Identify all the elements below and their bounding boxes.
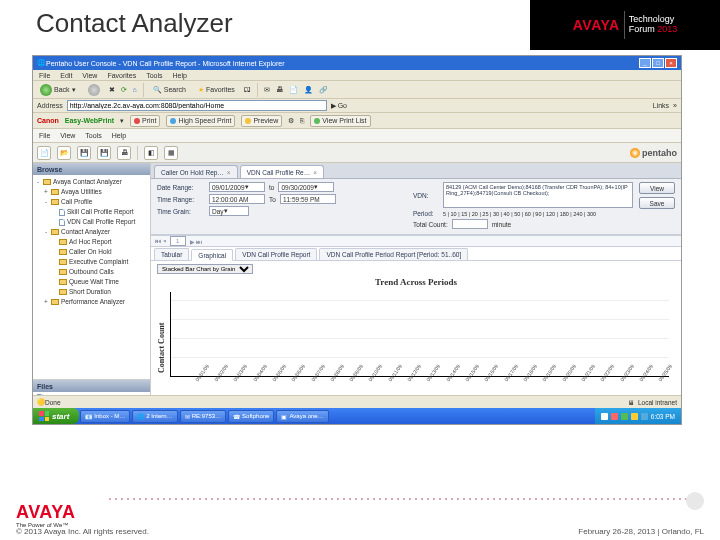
stop-icon[interactable]: ✖	[109, 86, 115, 94]
address-bar: Address ▶ Go Links»	[33, 99, 681, 113]
time-to[interactable]: 11:59:59 PM	[280, 194, 336, 204]
app-menu-view[interactable]: View	[60, 132, 75, 139]
page-indicator	[686, 492, 704, 510]
mail-icon[interactable]: ✉	[264, 86, 270, 94]
links-label[interactable]: Links	[653, 102, 669, 109]
canon-print[interactable]: Print	[130, 115, 160, 127]
close-icon[interactable]: ×	[227, 169, 231, 176]
home-icon[interactable]: ⌂	[133, 86, 137, 93]
edit-icon[interactable]: 📄	[289, 86, 298, 94]
canon-options[interactable]: ⚙	[288, 117, 294, 125]
link-icon[interactable]: 🔗	[319, 86, 328, 94]
menu-help[interactable]: Help	[173, 72, 187, 79]
pager-bar[interactable]: ⏮ ◀ 1 ▶ ⏭	[151, 235, 681, 247]
history-icon[interactable]: 🕮	[244, 86, 251, 93]
tree-row[interactable]: -Avaya Contact Analyzer	[35, 177, 148, 187]
tree-row[interactable]: -Call Profile	[35, 197, 148, 207]
workspace-icon[interactable]: ▦	[164, 146, 178, 160]
tree-row[interactable]: -Contact Analyzer	[35, 227, 148, 237]
menu-favorites[interactable]: Favorites	[107, 72, 136, 79]
folder-tree[interactable]: -Avaya Contact Analyzer+Avaya Utilities-…	[33, 175, 150, 379]
pentaho-menubar[interactable]: File View Tools Help	[33, 129, 681, 143]
close-button[interactable]: ×	[665, 58, 677, 68]
menu-edit[interactable]: Edit	[60, 72, 72, 79]
tree-row[interactable]: Executive Complaint	[35, 257, 148, 267]
tab-callerhold[interactable]: Caller On Hold Rep…×	[154, 165, 238, 178]
date-range-label: Date Range:	[157, 184, 205, 191]
tab-vdn[interactable]: VDN Call Profile Re…×	[240, 165, 324, 178]
taskbar-item[interactable]: ▣Avaya one…	[276, 410, 328, 423]
canon-viewlist[interactable]: View Print List	[310, 115, 370, 127]
address-label: Address	[37, 102, 63, 109]
date-from[interactable]: 09/01/2009 ▾	[209, 182, 265, 192]
files-header: Files	[33, 380, 150, 392]
period-values: 5 | 10 | 15 | 20 | 25 | 30 | 40 | 50 | 6…	[443, 211, 596, 217]
system-tray[interactable]: 6:03 PM	[595, 408, 681, 424]
app-menu-help[interactable]: Help	[112, 132, 126, 139]
taskbar-item[interactable]: ☎Softphone	[228, 410, 274, 423]
tab-profile[interactable]: VDN Call Profile Report	[235, 248, 317, 260]
forum-text: Technology Forum 2013	[629, 15, 678, 35]
period-label: Period:	[413, 210, 439, 217]
minimize-button[interactable]: _	[639, 58, 651, 68]
window-titlebar[interactable]: 🌐 Pentaho User Console - VDN Call Profil…	[33, 56, 681, 70]
report-tabs: Tabular Graphical VDN Call Profile Repor…	[151, 247, 681, 261]
print-icon[interactable]: 🖶	[276, 86, 283, 93]
refresh-icon[interactable]: ⟳	[121, 86, 127, 94]
canon-highspeed[interactable]: High Speed Print	[166, 115, 235, 127]
date-to[interactable]: 09/30/2009 ▾	[278, 182, 334, 192]
chart-title: Trend Across Periods	[157, 277, 675, 287]
vdn-select[interactable]: 84129 (ACM Call Center Demo);84168 (Tran…	[443, 182, 633, 208]
app-menu-file[interactable]: File	[39, 132, 50, 139]
grain-select[interactable]: Day ▾	[209, 206, 249, 216]
time-from[interactable]: 12:00:00 AM	[209, 194, 265, 204]
tree-row[interactable]: +Avaya Utilities	[35, 187, 148, 197]
toggle-browse-icon[interactable]: ◧	[144, 146, 158, 160]
back-button[interactable]: Back ▾	[37, 83, 79, 97]
taskbar-item[interactable]: 🌐2 Intern…	[132, 410, 177, 423]
close-icon[interactable]: ×	[313, 169, 317, 176]
maximize-button[interactable]: □	[652, 58, 664, 68]
windows-taskbar[interactable]: start 📧Inbox - M… 🌐2 Intern… ✉RE:9753… ☎…	[33, 408, 681, 424]
go-button[interactable]: ▶ Go	[331, 102, 347, 110]
zone-text: Local intranet	[638, 399, 677, 406]
canon-duplex[interactable]: ⎘	[300, 117, 304, 124]
new-icon[interactable]: 📄	[37, 146, 51, 160]
footer-logo: AVAYA The Power of We™	[16, 502, 76, 528]
saveas-icon[interactable]: 💾	[97, 146, 111, 160]
menu-tools[interactable]: Tools	[146, 72, 162, 79]
menu-view[interactable]: View	[82, 72, 97, 79]
zone-icon: 🖥	[628, 399, 635, 406]
app-menu-tools[interactable]: Tools	[85, 132, 101, 139]
canon-preview[interactable]: Preview	[241, 115, 282, 127]
tab-period[interactable]: VDN Call Profile Period Report [Period: …	[319, 248, 468, 260]
favorites-button[interactable]: ★Favorites	[195, 83, 238, 97]
ie-menubar[interactable]: File Edit View Favorites Tools Help	[33, 70, 681, 81]
tree-row[interactable]: Ad Hoc Report	[35, 237, 148, 247]
tree-row[interactable]: +Performance Analyzer	[35, 297, 148, 307]
url-input[interactable]	[67, 100, 327, 111]
open-icon[interactable]: 📂	[57, 146, 71, 160]
messenger-icon[interactable]: 👤	[304, 86, 313, 94]
tree-row[interactable]: Caller On Hold	[35, 247, 148, 257]
taskbar-item[interactable]: 📧Inbox - M…	[80, 410, 130, 423]
start-button[interactable]: start	[33, 408, 79, 424]
search-button[interactable]: 🔍Search	[150, 83, 189, 97]
tree-row[interactable]: VDN Call Profile Report	[35, 217, 148, 227]
save-button[interactable]: Save	[639, 197, 675, 209]
print-tb-icon[interactable]: 🖶	[117, 146, 131, 160]
forward-button[interactable]	[85, 83, 103, 97]
total-count-label: Total Count:	[413, 221, 448, 228]
tree-row[interactable]: Short Duration	[35, 287, 148, 297]
tab-graphical[interactable]: Graphical	[191, 249, 233, 261]
tab-tabular[interactable]: Tabular	[154, 248, 189, 260]
tree-row[interactable]: Outbound Calls	[35, 267, 148, 277]
taskbar-item[interactable]: ✉RE:9753…	[180, 410, 226, 423]
chart-type-select[interactable]: Stacked Bar Chart by Grain	[157, 264, 253, 274]
pentaho-toolbar: 📄 📂 💾 💾 🖶 ◧ ▦ pentaho	[33, 143, 681, 163]
tree-row[interactable]: Queue Wait Time	[35, 277, 148, 287]
tree-row[interactable]: Skill Call Profile Report	[35, 207, 148, 217]
view-button[interactable]: View	[639, 182, 675, 194]
save-icon[interactable]: 💾	[77, 146, 91, 160]
menu-file[interactable]: File	[39, 72, 50, 79]
